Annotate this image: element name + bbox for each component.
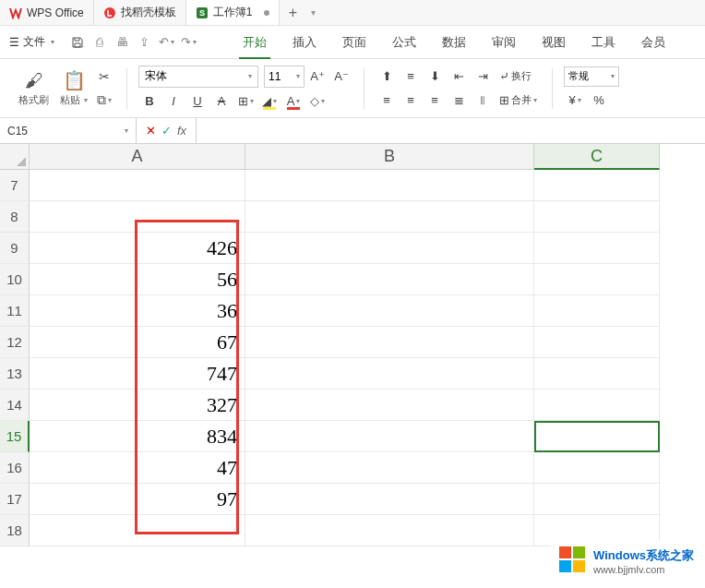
cells-area[interactable]: 4265636677473278344797: [30, 170, 660, 546]
cell[interactable]: 56: [30, 264, 245, 295]
format-painter-button[interactable]: 🖌 格式刷: [13, 66, 54, 111]
cut-button[interactable]: ✂: [93, 66, 115, 87]
cell[interactable]: 327: [30, 390, 245, 421]
cell[interactable]: 834: [30, 421, 245, 452]
underline-button[interactable]: U: [186, 91, 209, 112]
decrease-font-button[interactable]: A⁻: [330, 66, 352, 87]
cell[interactable]: [245, 358, 534, 390]
font-color-button[interactable]: A▾: [282, 91, 305, 112]
row-header[interactable]: 9: [0, 233, 30, 264]
cancel-formula-button[interactable]: ✕: [146, 124, 156, 138]
cell[interactable]: 67: [30, 327, 245, 358]
cell[interactable]: 426: [30, 233, 245, 264]
print-button[interactable]: 🖶: [112, 32, 132, 53]
row-header[interactable]: 15: [0, 421, 30, 452]
cell[interactable]: [245, 484, 534, 515]
cell[interactable]: [534, 295, 660, 327]
italic-button[interactable]: I: [162, 91, 185, 112]
justify-button[interactable]: ≣: [448, 90, 470, 111]
merge-cells-button[interactable]: ⊞合并▾: [496, 90, 541, 111]
tab-home[interactable]: 开始: [230, 26, 280, 59]
align-left-button[interactable]: ≡: [376, 90, 398, 111]
tab-view[interactable]: 视图: [529, 26, 579, 59]
cell[interactable]: 36: [30, 295, 245, 327]
row-header[interactable]: 14: [0, 390, 30, 421]
cell[interactable]: [30, 201, 245, 233]
cell[interactable]: [245, 390, 534, 421]
cell[interactable]: [534, 264, 660, 295]
row-header[interactable]: 11: [0, 295, 30, 327]
cell[interactable]: 97: [30, 484, 245, 515]
highlight-button[interactable]: ◇▾: [306, 91, 329, 112]
formula-input[interactable]: [197, 118, 705, 143]
cell[interactable]: [245, 421, 534, 452]
redo-button[interactable]: ↷▾: [178, 32, 198, 53]
cell[interactable]: [534, 170, 660, 201]
number-format-select[interactable]: 常规 ▾: [564, 66, 619, 87]
select-all-corner[interactable]: [0, 144, 30, 170]
align-right-button[interactable]: ≡: [424, 90, 446, 111]
cell[interactable]: [534, 421, 660, 452]
cell[interactable]: [534, 201, 660, 233]
tab-tools[interactable]: 工具: [579, 26, 628, 59]
cell[interactable]: [245, 233, 534, 264]
new-tab-button[interactable]: +: [280, 0, 305, 25]
copy-button[interactable]: ⧉▾: [93, 90, 115, 111]
row-header[interactable]: 7: [0, 170, 30, 201]
fill-color-button[interactable]: ◢▾: [258, 91, 281, 112]
cell[interactable]: [534, 452, 660, 484]
cell[interactable]: [245, 327, 534, 358]
cell[interactable]: [534, 484, 660, 515]
row-header[interactable]: 16: [0, 452, 30, 484]
currency-button[interactable]: ¥▾: [564, 90, 586, 111]
cell[interactable]: [245, 515, 534, 546]
cell[interactable]: [534, 390, 660, 421]
cell[interactable]: [534, 327, 660, 358]
save-button[interactable]: [67, 32, 88, 53]
cell[interactable]: [534, 358, 660, 390]
cell[interactable]: [245, 170, 534, 201]
bold-button[interactable]: B: [138, 91, 161, 112]
cell[interactable]: [245, 295, 534, 327]
row-header[interactable]: 18: [0, 515, 30, 546]
app-tab-wps[interactable]: WPS Office: [0, 0, 94, 25]
row-header[interactable]: 12: [0, 327, 30, 358]
column-header[interactable]: B: [245, 144, 534, 170]
font-size-select[interactable]: 11 ▾: [264, 66, 305, 88]
name-box[interactable]: C15 ▾: [0, 118, 137, 143]
cell[interactable]: [245, 201, 534, 233]
paste-button[interactable]: 📋 粘贴▾: [54, 66, 93, 111]
file-menu-button[interactable]: ☰ 文件 ▾: [0, 34, 64, 50]
confirm-formula-button[interactable]: ✓: [161, 124, 172, 138]
cell[interactable]: [245, 264, 534, 295]
percent-button[interactable]: %: [588, 90, 610, 111]
indent-decrease-button[interactable]: ⇤: [448, 66, 470, 87]
print-preview-button[interactable]: ⎙: [90, 32, 110, 53]
undo-button[interactable]: ↶▾: [156, 32, 176, 53]
cell[interactable]: [534, 233, 660, 264]
align-top-button[interactable]: ⬆: [376, 66, 398, 87]
tab-insert[interactable]: 插入: [280, 26, 329, 59]
cell[interactable]: 747: [30, 358, 245, 390]
border-button[interactable]: ⊞▾: [234, 91, 257, 112]
row-header[interactable]: 17: [0, 484, 30, 515]
fx-button[interactable]: fx: [177, 124, 186, 138]
cell[interactable]: 47: [30, 452, 245, 484]
app-tab-template[interactable]: 找稻壳模板: [94, 0, 186, 25]
align-middle-button[interactable]: ≡: [400, 66, 422, 87]
tab-formula[interactable]: 公式: [379, 26, 429, 59]
row-header[interactable]: 13: [0, 358, 30, 390]
font-name-select[interactable]: 宋体 ▾: [138, 66, 258, 88]
distribute-button[interactable]: ⫴: [472, 90, 494, 111]
increase-font-button[interactable]: A⁺: [306, 66, 329, 87]
align-bottom-button[interactable]: ⬇: [424, 66, 446, 87]
align-center-button[interactable]: ≡: [400, 90, 422, 111]
column-header[interactable]: A: [30, 144, 245, 170]
tab-data[interactable]: 数据: [429, 26, 479, 59]
cell[interactable]: [30, 515, 245, 546]
indent-increase-button[interactable]: ⇥: [472, 66, 494, 87]
tab-member[interactable]: 会员: [628, 26, 678, 59]
export-button[interactable]: ⇪: [134, 32, 154, 53]
wrap-text-button[interactable]: ⤶换行: [496, 66, 535, 87]
tab-page[interactable]: 页面: [329, 26, 379, 59]
